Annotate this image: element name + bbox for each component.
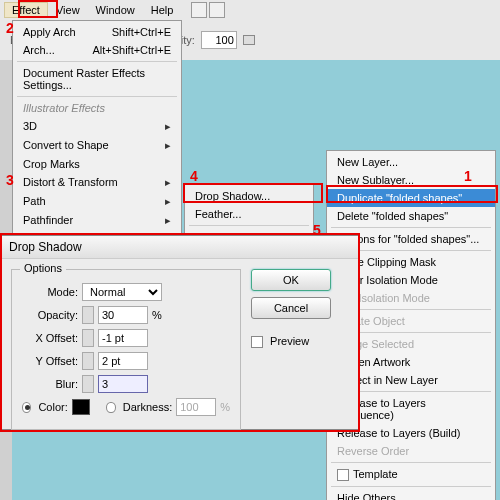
xoffset-label: X Offset: [22, 332, 78, 344]
menu-crop-marks[interactable]: Crop Marks [13, 155, 181, 173]
menu-distort[interactable]: Distort & Transform▸ [13, 173, 181, 192]
menu-feather[interactable]: Feather... [185, 205, 313, 223]
xoffset-input[interactable] [98, 329, 148, 347]
opacity-input[interactable] [201, 31, 237, 49]
percent-label: % [220, 401, 230, 413]
toolbar-icon[interactable] [191, 2, 207, 18]
cm-hide-others[interactable]: Hide Others [327, 489, 495, 500]
separator [17, 61, 177, 62]
preview-checkbox[interactable] [251, 336, 263, 348]
mode-label: Mode: [22, 286, 78, 298]
yoffset-input[interactable] [98, 352, 148, 370]
separator [331, 486, 491, 487]
darkness-input [176, 398, 216, 416]
cm-reverse: Reverse Order [327, 442, 495, 460]
chevron-right-icon: ▸ [165, 176, 171, 189]
cm-delete[interactable]: Delete "folded shapes" [327, 207, 495, 225]
spinner-icon[interactable] [82, 329, 94, 347]
menu-view[interactable]: View [48, 2, 88, 18]
chevron-right-icon: ▸ [165, 195, 171, 208]
percent-label: % [152, 309, 162, 321]
drop-shadow-dialog: Drop Shadow Options Mode: Normal Opacity… [0, 235, 360, 430]
cm-template[interactable]: Template [327, 465, 495, 484]
opacity-input[interactable] [98, 306, 148, 324]
cancel-button[interactable]: Cancel [251, 297, 331, 319]
menu-convert-shape[interactable]: Convert to Shape▸ [13, 136, 181, 155]
spinner-icon[interactable] [82, 306, 94, 324]
annotation-label-5: 5 [313, 222, 321, 238]
menu-section-header: Illustrator Effects [13, 99, 181, 117]
annotation-label-2: 2 [6, 20, 14, 36]
options-group: Options Mode: Normal Opacity: % X Offset… [11, 269, 241, 430]
annotation-label-3: 3 [6, 172, 14, 188]
menu-raster-settings[interactable]: Document Raster Effects Settings... [13, 64, 181, 94]
spinner-icon[interactable] [82, 352, 94, 370]
color-swatch[interactable] [72, 399, 90, 415]
menu-apply-arch[interactable]: Apply ArchShift+Ctrl+E [13, 23, 181, 41]
menu-effect[interactable]: Effect [4, 2, 48, 18]
mode-select[interactable]: Normal [82, 283, 162, 301]
chevron-right-icon: ▸ [165, 139, 171, 152]
menu-3d[interactable]: 3D▸ [13, 117, 181, 136]
menu-drop-shadow[interactable]: Drop Shadow... [185, 187, 313, 205]
darkness-radio[interactable] [106, 402, 115, 413]
separator [331, 462, 491, 463]
menu-arch[interactable]: Arch...Alt+Shift+Ctrl+E [13, 41, 181, 59]
chevron-right-icon: ▸ [165, 120, 171, 133]
separator [331, 227, 491, 228]
blur-label: Blur: [22, 378, 78, 390]
annotation-label-4: 4 [190, 168, 198, 184]
darkness-label: Darkness: [123, 401, 173, 413]
color-label: Color: [38, 401, 67, 413]
chevron-right-icon: ▸ [165, 214, 171, 227]
blur-input[interactable] [98, 375, 148, 393]
menu-window[interactable]: Window [88, 2, 143, 18]
checkbox-icon [337, 469, 349, 481]
separator [17, 96, 177, 97]
ok-button[interactable]: OK [251, 269, 331, 291]
preview-label: Preview [270, 335, 309, 347]
menu-help[interactable]: Help [143, 2, 182, 18]
options-legend: Options [20, 262, 66, 274]
yoffset-label: Y Offset: [22, 355, 78, 367]
menu-path[interactable]: Path▸ [13, 192, 181, 211]
opacity-label: Opacity: [22, 309, 78, 321]
menubar: Effect View Window Help [0, 0, 500, 20]
menu-pathfinder[interactable]: Pathfinder▸ [13, 211, 181, 230]
color-radio[interactable] [22, 402, 31, 413]
dialog-title: Drop Shadow [1, 236, 359, 259]
cm-duplicate[interactable]: Duplicate "folded shapes" [327, 189, 495, 207]
spinner-icon[interactable] [82, 375, 94, 393]
separator [189, 225, 309, 226]
dropdown-icon[interactable] [243, 35, 255, 45]
annotation-label-1: 1 [464, 168, 472, 184]
toolbar-icon[interactable] [209, 2, 225, 18]
